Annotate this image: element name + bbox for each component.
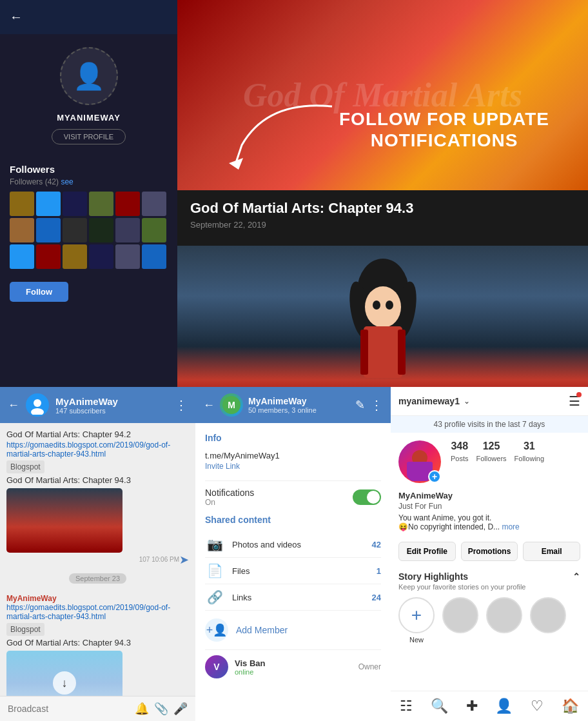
blog-info: God Of Martial Arts: Chapter 94.3 Septem… (177, 190, 588, 246)
follower-thumb[interactable] (36, 244, 61, 269)
blog-chapter-title: God Of Martial Arts: Chapter 94.3 (190, 200, 575, 217)
see-link[interactable]: see (61, 177, 73, 186)
new-highlight-circle[interactable]: + (398, 597, 435, 633)
chevron-up-icon[interactable]: ⌃ (573, 571, 580, 582)
chat-message-1: God Of Martial Arts: Chapter 94.2 https:… (6, 430, 189, 563)
tg-invite-link[interactable]: Invite Link (205, 462, 381, 471)
follower-thumb[interactable] (115, 218, 140, 242)
attachment-icon[interactable]: 📎 (154, 702, 168, 716)
chat-messages[interactable]: God Of Martial Arts: Chapter 94.2 https:… (0, 423, 195, 696)
search-icon[interactable]: 🔍 (431, 698, 448, 715)
ig-username: myanimeway1 (398, 396, 460, 406)
follower-thumb[interactable] (115, 192, 140, 216)
promotions-button[interactable]: Promotions (461, 542, 518, 561)
follower-thumb[interactable] (89, 218, 113, 242)
ig-more-link[interactable]: more (502, 522, 519, 531)
chat-msg-link-1[interactable]: https://gomaedits.blogspot.com/2019/09/g… (6, 440, 189, 459)
posts-count: 348 (451, 440, 469, 452)
links-row[interactable]: 🔗 Links 24 (205, 584, 381, 611)
follower-thumb[interactable] (142, 218, 166, 242)
follower-thumb[interactable] (115, 244, 140, 269)
sidebar-header: ← (0, 0, 177, 34)
follower-thumb[interactable] (10, 244, 34, 269)
tg-link: t.me/MyAnimeWay1 (205, 451, 381, 460)
followers-label: Followers (476, 455, 507, 462)
chat-message-image-1 (6, 488, 122, 553)
chat-info: MyAnimeWay 147 subscribers (55, 396, 118, 415)
files-row[interactable]: 📄 Files 1 (205, 558, 381, 584)
user-msg-name: MyAnimeWay (6, 594, 189, 603)
follower-thumb[interactable] (10, 218, 34, 242)
broadcast-input[interactable] (8, 704, 130, 714)
chevron-down-icon: ⌄ (464, 397, 470, 406)
add-post-icon[interactable]: ✚ (466, 698, 478, 715)
links-icon: 🔗 (205, 589, 224, 605)
member-vis-ban: V Vis Ban online Owner (205, 649, 381, 684)
member-status: online (235, 668, 265, 676)
follower-thumb[interactable] (36, 218, 61, 242)
email-button[interactable]: Email (523, 542, 580, 561)
new-highlight[interactable]: + New (398, 597, 435, 644)
tg-content[interactable]: Info t.me/MyAnimeWay1 Invite Link Notifi… (195, 423, 391, 721)
chat-title: MyAnimeWay (55, 396, 118, 407)
chat-menu-icon[interactable]: ⋮ (175, 397, 188, 413)
highlight-3[interactable] (530, 597, 566, 644)
blog-cover: God Of Martial Arts FOLLOW FOR UPDATE NO… (177, 0, 588, 190)
sidebar: ← 👤 MYANIMEWAY VISIT PROFILE Followers F… (0, 0, 177, 387)
back-arrow-icon[interactable]: ← (10, 10, 23, 25)
edit-profile-button[interactable]: Edit Profile (398, 542, 456, 561)
date-separator: September 23 (6, 568, 189, 589)
follower-thumb[interactable] (63, 218, 87, 242)
follower-thumb[interactable] (63, 244, 87, 269)
add-member-row[interactable]: +👤 Add Member (205, 611, 381, 649)
tg-back-icon[interactable]: ← (203, 399, 215, 412)
download-icon[interactable]: ↓ (53, 671, 76, 695)
notification-badge[interactable]: ☰ (569, 393, 580, 409)
followers-subtitle: Followers (42) see (10, 177, 168, 186)
tg-menu-icon[interactable]: ⋮ (370, 397, 383, 413)
follower-thumb[interactable] (36, 192, 61, 216)
follower-thumb[interactable] (63, 192, 87, 216)
ig-tagline: Just For Fun (391, 500, 588, 512)
tg-divider (205, 480, 381, 481)
ig-action-buttons: Edit Profile Promotions Email (391, 537, 588, 566)
followers-title: Followers (10, 164, 168, 175)
photos-videos-row[interactable]: 📷 Photos and videos 42 (205, 531, 381, 558)
highlight-1-circle[interactable] (442, 597, 478, 633)
follower-thumb[interactable] (89, 244, 113, 269)
follower-thumb[interactable] (142, 192, 166, 216)
avatar: 👤 (60, 47, 118, 105)
chat-msg-link-2[interactable]: https://gomaedits.blogspot.com/2019/09/g… (6, 603, 189, 621)
visit-profile-button[interactable]: VISIT PROFILE (52, 129, 126, 144)
links-label: Links (232, 593, 364, 602)
highlight-1[interactable] (442, 597, 478, 644)
following-stat[interactable]: 31 Following (514, 440, 544, 464)
follower-thumb[interactable] (89, 192, 113, 216)
notifications-toggle[interactable] (353, 489, 381, 505)
followers-stat[interactable]: 125 Followers (476, 440, 507, 464)
home-icon[interactable]: 🏠 (562, 698, 579, 715)
ig-header: myanimeway1 ⌄ ☰ (391, 387, 588, 416)
member-info: Vis Ban online (235, 658, 265, 676)
chat-message-2: MyAnimeWay https://gomaedits.blogspot.co… (6, 594, 189, 696)
chat-meta-1: 107 10:06 PM ➤ (6, 556, 189, 563)
heart-icon[interactable]: ♡ (531, 698, 544, 715)
follower-thumb[interactable] (142, 244, 166, 269)
add-story-icon[interactable]: + (428, 470, 441, 483)
grid-icon[interactable]: ☷ (400, 698, 413, 715)
blog-area: God Of Martial Arts FOLLOW FOR UPDATE NO… (177, 0, 588, 387)
microphone-icon[interactable]: 🎤 (173, 702, 188, 716)
person-tag-icon[interactable]: 👤 (495, 698, 513, 715)
svg-point-12 (31, 408, 44, 415)
notification-icon[interactable]: 🔔 (135, 702, 149, 716)
highlight-2[interactable] (486, 597, 522, 644)
follower-thumb[interactable] (10, 192, 34, 216)
forward-icon[interactable]: ➤ (179, 553, 189, 567)
chat-back-icon[interactable]: ← (8, 399, 19, 412)
highlight-3-circle[interactable] (530, 597, 566, 633)
highlight-2-circle[interactable] (486, 597, 522, 633)
tg-edit-icon[interactable]: ✎ (355, 398, 365, 412)
follow-button[interactable]: Follow (10, 282, 68, 302)
story-highlights-list: + New (398, 597, 580, 644)
tg-header: ← M MyAnimeWay 50 members, 3 online ✎ ⋮ (195, 387, 391, 423)
